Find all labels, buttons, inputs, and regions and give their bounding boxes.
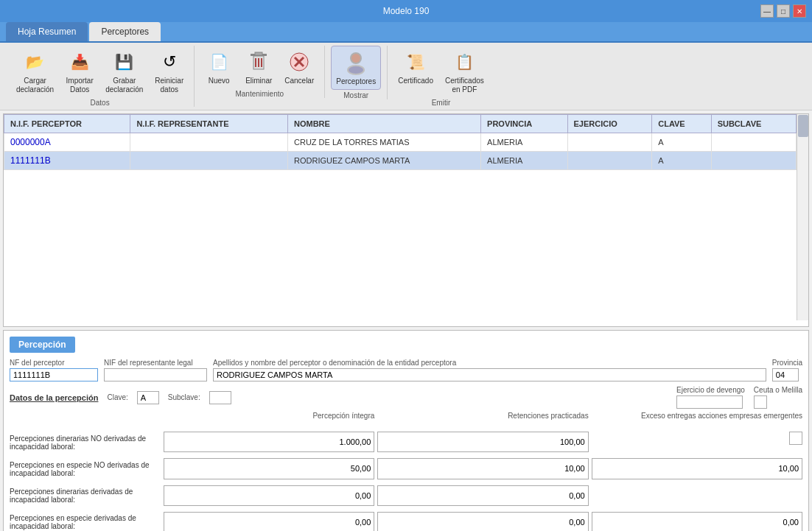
ribbon-group-emitir: 📜 Certificado 📋 Certificadosen PDF Emiti… xyxy=(388,46,494,107)
col-subclave: SUBCLAVE xyxy=(711,115,796,133)
eliminar-label: Eliminar xyxy=(245,77,272,85)
cargar-label: Cargardeclaración xyxy=(16,77,54,94)
ribbon-cancelar[interactable]: Cancelar xyxy=(280,46,318,88)
tab-perceptores[interactable]: Perceptores xyxy=(89,22,161,41)
certificado-label: Certificado xyxy=(398,77,433,85)
valoracion-1[interactable] xyxy=(164,458,374,479)
exceso-checkbox[interactable] xyxy=(789,432,802,445)
cell-clave-0: A xyxy=(652,133,711,152)
cancelar-label: Cancelar xyxy=(284,77,314,85)
close-button[interactable]: ✕ xyxy=(793,4,806,18)
perceptores-label: Perceptores xyxy=(336,77,376,86)
table-scrollbar[interactable] xyxy=(797,114,808,320)
clave-input[interactable] xyxy=(137,391,159,404)
provincia-input[interactable] xyxy=(772,368,799,381)
certificados-pdf-label: Certificadosen PDF xyxy=(445,77,484,94)
table-row[interactable]: 0000000A CRUZ DE LA TORRES MATIAS ALMERI… xyxy=(4,133,797,152)
cell-nif-0[interactable]: 0000000A xyxy=(4,133,130,152)
label-no-incap-dinerarias: Percepciones dinerarias NO derivadas de … xyxy=(10,429,161,456)
grabar-icon: 💾 xyxy=(111,49,138,75)
ribbon-cargar[interactable]: 📂 Cargardeclaración xyxy=(12,46,58,97)
ejercicio-devengo-label: Ejercicio de devengo xyxy=(676,386,745,394)
svg-point-12 xyxy=(349,66,363,74)
col-clave: CLAVE xyxy=(652,115,711,133)
certificado-icon: 📜 xyxy=(402,49,429,75)
percepcion-panel: Percepción NF del perceptor NIF del repr… xyxy=(3,330,809,531)
apellidos-input[interactable] xyxy=(213,368,766,381)
ribbon-group-label-mantenimiento: Mantenimiento xyxy=(235,90,284,98)
ingresos-efectuados-2[interactable] xyxy=(377,512,588,531)
ribbon-eliminar[interactable]: Eliminar xyxy=(240,46,277,88)
apellidos-label: Apellidos y nombre del perceptor o denom… xyxy=(213,359,766,367)
svg-point-11 xyxy=(351,54,360,63)
retenciones-1[interactable] xyxy=(377,432,588,452)
title-bar: Modelo 190 — □ ✕ xyxy=(0,0,812,22)
ribbon-group-label-emitir: Emitir xyxy=(432,99,451,107)
cell-nombre-1: RODRIGUEZ CAMPOS MARTA xyxy=(288,152,481,170)
percepcion-integra-1[interactable] xyxy=(164,432,374,452)
cell-nif-1[interactable]: 1111111B xyxy=(4,152,130,170)
ribbon-certificados-pdf[interactable]: 📋 Certificadosen PDF xyxy=(441,46,489,97)
ingresos-repercutidos-2[interactable] xyxy=(592,512,802,531)
ceuta-melilla-checkbox[interactable] xyxy=(754,395,767,409)
scrollbar-thumb[interactable] xyxy=(798,115,808,137)
ribbon-importar[interactable]: 📥 ImportarDatos xyxy=(61,46,98,97)
ribbon-nuevo[interactable]: 📄 Nuevo xyxy=(200,46,237,88)
nif-representante-input[interactable] xyxy=(104,368,207,381)
datos-percepcion-label: Datos de la percepción xyxy=(10,393,98,402)
provincia-group: Provincia xyxy=(772,359,802,381)
label-no-incap-especie: Percepciones en especie NO derivadas de … xyxy=(10,456,161,482)
retenciones-2[interactable] xyxy=(377,485,588,506)
nf-perceptor-group: NF del perceptor xyxy=(10,359,98,381)
certificados-pdf-icon: 📋 xyxy=(451,49,477,75)
ribbon-group-label-mostrar: Mostrar xyxy=(343,91,368,99)
cell-subclave-0 xyxy=(711,133,796,152)
nif-representante-group: NIF del representante legal xyxy=(104,359,207,381)
ceuta-melilla-label: Ceuta o Melilla xyxy=(754,386,802,394)
col-ejercicio: EJERCICIO xyxy=(567,115,652,133)
ribbon-group-label-datos: Datos xyxy=(91,99,110,107)
exceso-panel xyxy=(592,432,802,455)
label-incap-dinerarias: Percepciones dinerarias derivadas de inc… xyxy=(10,482,161,509)
ribbon-grabar[interactable]: 💾 Grabardeclaración xyxy=(101,46,147,97)
nf-perceptor-label: NF del perceptor xyxy=(10,359,98,367)
col-header-retenciones: Retenciones practicadas xyxy=(377,412,588,429)
table-header-row: N.I.F. PERCEPTOR N.I.F. REPRESENTANTE NO… xyxy=(4,115,797,133)
ingresos-efectuados-1[interactable] xyxy=(377,458,588,479)
subclave-input[interactable] xyxy=(209,391,231,404)
valoracion-2[interactable] xyxy=(164,512,374,531)
cell-subclave-1 xyxy=(711,152,796,170)
perception-fields-grid: Percepción íntegra Retenciones practicad… xyxy=(164,412,802,531)
tab-hoja-resumen[interactable]: Hoja Resumen xyxy=(6,22,88,41)
cell-nombre-0: CRUZ DE LA TORRES MATIAS xyxy=(288,133,481,152)
ingresos-repercutidos-1[interactable] xyxy=(592,458,802,479)
grabar-label: Grabardeclaración xyxy=(105,77,143,94)
table-row[interactable]: 1111111B RODRIGUEZ CAMPOS MARTA ALMERIA … xyxy=(4,152,797,170)
ribbon-perceptores[interactable]: Perceptores xyxy=(331,46,381,90)
importar-label: ImportarDatos xyxy=(66,77,94,94)
cell-provincia-1: ALMERIA xyxy=(481,152,567,170)
cancelar-icon xyxy=(286,49,312,75)
minimize-button[interactable]: — xyxy=(760,4,774,18)
reiniciar-icon: ↺ xyxy=(156,49,183,75)
app-title: Modelo 190 xyxy=(383,6,430,16)
reiniciar-label: Reiniciardatos xyxy=(155,77,183,94)
cell-provincia-0: ALMERIA xyxy=(481,133,567,152)
cell-clave-1: A xyxy=(652,152,711,170)
ribbon-certificado[interactable]: 📜 Certificado xyxy=(393,46,438,88)
ejercicio-devengo-input[interactable] xyxy=(676,395,743,409)
ribbon-reiniciar[interactable]: ↺ Reiniciardatos xyxy=(150,46,188,97)
perceptores-icon xyxy=(343,49,369,76)
ribbon-group-mantenimiento: 📄 Nuevo Eliminar xyxy=(195,46,325,98)
nf-perceptor-input[interactable] xyxy=(10,368,98,381)
cell-nif-rep-1 xyxy=(130,152,288,170)
label-incap-especie: Percepciones en especie derivadas de inc… xyxy=(10,509,161,531)
table-wrapper[interactable]: N.I.F. PERCEPTOR N.I.F. REPRESENTANTE NO… xyxy=(4,114,808,320)
restore-button[interactable]: □ xyxy=(777,4,790,18)
clave-label-text: Clave: xyxy=(107,393,127,401)
percepcion-integra-2[interactable] xyxy=(164,485,374,506)
ceuta-melilla-group: Ceuta o Melilla xyxy=(754,386,802,409)
tab-bar: Hoja Resumen Perceptores xyxy=(0,22,812,43)
col-nif-perceptor: N.I.F. PERCEPTOR xyxy=(4,115,130,133)
cell-ejercicio-1 xyxy=(567,152,652,170)
